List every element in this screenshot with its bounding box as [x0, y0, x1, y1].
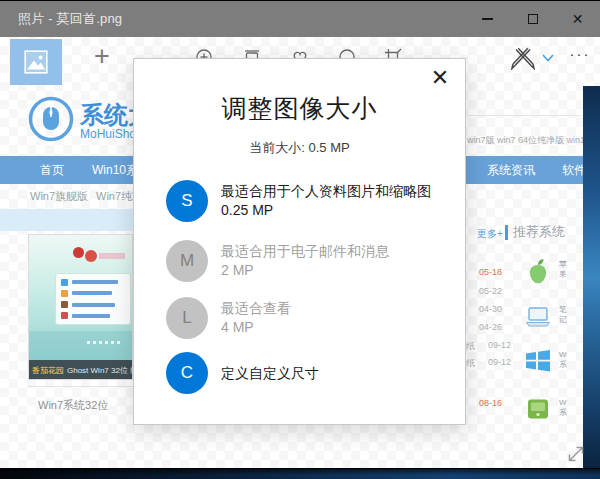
option-large[interactable]: L 最适合查看 4 MP: [166, 297, 446, 341]
news-date: 08-16: [466, 398, 502, 408]
system-disk-icon: [523, 394, 553, 424]
category-label: 笔记: [559, 305, 570, 325]
category-label: W系: [559, 350, 570, 370]
news-date: 04-26: [466, 322, 502, 332]
resize-diagonal-icon: [564, 442, 588, 466]
option-medium-size: 2 MP: [221, 261, 389, 280]
option-medium-badge: M: [166, 240, 208, 282]
option-medium-label: 最适合用于电子邮件和消息: [221, 242, 389, 261]
see-more-button[interactable]: ···: [564, 43, 596, 69]
dialog-subtitle: 当前大小: 0.5 MP: [134, 139, 465, 157]
crossed-pencils-icon: [510, 46, 536, 70]
thumbnail-label: Win7系统32位: [38, 398, 108, 413]
news-date: 04-30: [466, 304, 502, 314]
divider: [468, 115, 582, 116]
maximize-button[interactable]: [510, 1, 555, 37]
decorative-text-smudge: [99, 253, 125, 259]
search-band: [0, 209, 137, 231]
zoom-to-fit-button[interactable]: [564, 442, 592, 470]
menu-row: [61, 312, 125, 320]
more-link: 更多+: [477, 227, 503, 241]
option-large-badge: L: [166, 297, 208, 339]
news-date: 05-18: [466, 267, 502, 277]
option-letter: M: [180, 251, 194, 271]
option-custom[interactable]: C 定义自定义尺寸: [166, 352, 446, 396]
edit-create-button[interactable]: [509, 45, 537, 71]
photos-app-window: 照片 - 莫回首.png ✕ 系统大全 MoHuiShou.Com win7版 …: [0, 0, 600, 479]
see-all-photos-button[interactable]: [10, 39, 62, 85]
category-label: W系: [559, 398, 570, 418]
news-title-partial: 纸: [466, 357, 475, 370]
option-letter: S: [181, 191, 192, 211]
option-medium[interactable]: M 最适合用于电子邮件和消息 2 MP: [166, 240, 446, 284]
apple-icon: [523, 256, 553, 286]
option-small-size: 0.25 MP: [221, 201, 431, 220]
thumbnail-caption-bar: 番茄花园 Ghost Win7 32位 纯净版: [29, 360, 133, 380]
section-accent-bar: [505, 225, 508, 240]
windows-logo-icon: [523, 346, 553, 376]
flower-decoration: [73, 247, 84, 258]
option-small[interactable]: S 最适合用于个人资料图片和缩略图 0.25 MP: [166, 180, 446, 224]
category-label: 苹果: [559, 260, 570, 280]
photo-icon: [24, 50, 48, 74]
laptop-icon: [523, 301, 553, 331]
option-letter: L: [182, 308, 191, 328]
thumbnail-badge: 番茄花园: [32, 365, 64, 376]
thumbnail-dots: [87, 341, 123, 344]
thumbnail-caption: Ghost Win7 32位 纯净版: [67, 365, 133, 376]
installer-menu-panel: [55, 273, 131, 325]
divider: [28, 386, 133, 387]
thumbnail-band: [29, 331, 133, 360]
hot-search-words: win7版 win7 64位纯净版 win10版: [467, 134, 583, 147]
dialog-title: 调整图像大小: [134, 92, 465, 125]
menu-row: [61, 278, 125, 286]
client-area: 系统大全 MoHuiShou.Com win7版 win7 64位纯净版 win…: [0, 37, 600, 479]
option-letter: C: [181, 363, 193, 383]
resize-image-dialog: ✕ 调整图像大小 当前大小: 0.5 MP S 最适合用于个人资料图片和缩略图 …: [133, 58, 466, 425]
flower-decoration: [85, 250, 97, 262]
section-header: 推荐系统: [505, 223, 565, 241]
close-button[interactable]: ✕: [555, 1, 600, 37]
minimize-icon: [482, 18, 493, 20]
option-large-label: 最适合查看: [221, 299, 291, 318]
news-date: 09-12: [475, 340, 511, 350]
option-small-label: 最适合用于个人资料图片和缩略图: [221, 182, 431, 201]
minimize-button[interactable]: [465, 1, 510, 37]
window-title: 照片 - 莫回首.png: [18, 10, 122, 28]
desktop-bottom-strip: [0, 468, 600, 479]
nav-news: 系统资讯: [487, 156, 535, 184]
win7-thumbnail-card: 番茄花园 Ghost Win7 32位 纯净版: [28, 234, 133, 380]
menu-row: [61, 289, 125, 297]
chevron-down-icon[interactable]: [541, 53, 555, 63]
maximize-icon: [528, 14, 538, 24]
add-button[interactable]: +: [88, 43, 116, 71]
desktop-wallpaper-strip: [583, 86, 600, 468]
news-date: 05-22: [466, 286, 502, 296]
option-large-size: 4 MP: [221, 318, 291, 337]
option-small-badge: S: [166, 180, 208, 222]
news-date: 09-12: [475, 357, 511, 367]
site-logo-mouse-icon: [28, 96, 74, 142]
title-bar[interactable]: 照片 - 莫回首.png ✕: [0, 1, 600, 37]
nav-home: 首页: [40, 156, 64, 184]
section-title: 推荐系统: [513, 223, 565, 241]
menu-row: [61, 301, 125, 309]
subnav-win7-ultimate: Win7旗舰版: [30, 189, 88, 204]
window-controls: ✕: [465, 1, 600, 37]
dialog-close-button[interactable]: ✕: [425, 63, 455, 93]
close-icon: ✕: [572, 12, 584, 26]
news-title-partial: 纸: [466, 340, 475, 353]
option-custom-badge: C: [166, 352, 208, 394]
option-custom-label: 定义自定义尺寸: [221, 364, 319, 383]
